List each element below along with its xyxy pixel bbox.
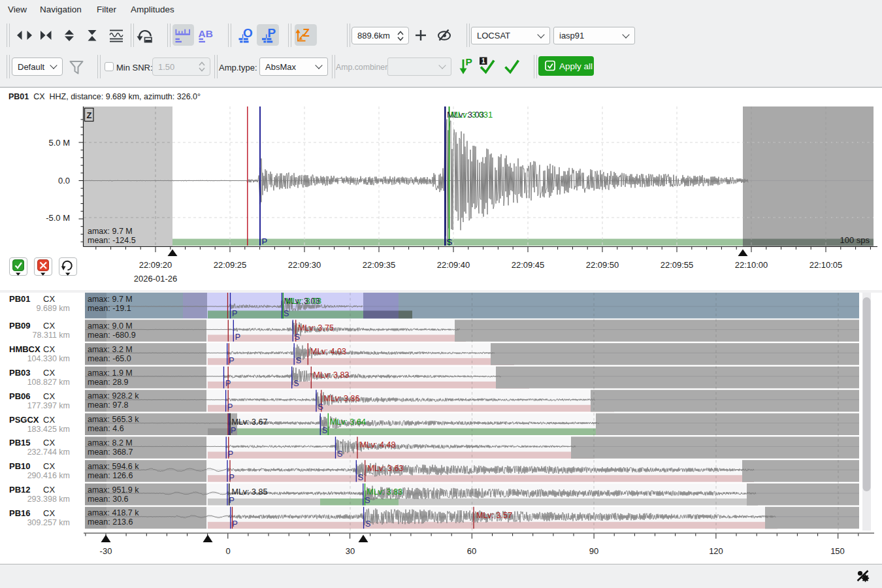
svg-text:PB09: PB09 (9, 321, 31, 331)
svg-text:PB03: PB03 (9, 368, 31, 378)
svg-text:90: 90 (589, 546, 598, 556)
svg-text:S: S (337, 449, 342, 459)
svg-text:amax: 951.9 k: amax: 951.9 k (88, 485, 139, 495)
svg-text:22:10:05: 22:10:05 (809, 260, 843, 270)
svg-text:MLv: 3.75: MLv: 3.75 (298, 323, 334, 333)
svg-text:MLv: 3.57: MLv: 3.57 (476, 511, 512, 520)
svg-text:mean: 97.8: mean: 97.8 (88, 400, 129, 410)
svg-text:S: S (322, 426, 327, 435)
svg-text:P: P (228, 449, 233, 459)
svg-text:P: P (231, 426, 236, 435)
svg-text:S: S (296, 356, 301, 365)
svg-text:22:10:00: 22:10:00 (735, 260, 768, 270)
svg-text:mean: -65.0: mean: -65.0 (88, 354, 131, 363)
svg-text:22:09:45: 22:09:45 (512, 260, 545, 270)
svg-text:0.0: 0.0 (58, 176, 70, 186)
svg-text:S: S (447, 237, 453, 247)
svg-text:0: 0 (225, 546, 230, 556)
svg-text:P: P (232, 519, 237, 529)
svg-text:amax: 8.2 M: amax: 8.2 M (88, 438, 133, 448)
svg-text:22:09:55: 22:09:55 (661, 260, 694, 270)
svg-text:amax: 418.7 k: amax: 418.7 k (88, 508, 139, 517)
svg-text:MLv: 3.67: MLv: 3.67 (232, 417, 268, 427)
svg-text:CX: CX (43, 508, 55, 518)
svg-text:amax: 928.2 k: amax: 928.2 k (88, 391, 139, 400)
svg-text:2026-01-26: 2026-01-26 (134, 274, 178, 284)
svg-text:mean: -19.1: mean: -19.1 (88, 304, 131, 313)
svg-text:CX: CX (43, 344, 55, 354)
svg-text:mean: 4.6: mean: 4.6 (88, 424, 124, 433)
svg-text:amax: 594.6 k: amax: 594.6 k (88, 462, 139, 471)
svg-text:S: S (293, 379, 299, 388)
svg-text:P: P (232, 309, 237, 318)
svg-text:78.311 km: 78.311 km (33, 331, 70, 340)
svg-text:22:09:50: 22:09:50 (586, 260, 619, 270)
svg-text:22:09:35: 22:09:35 (363, 260, 396, 270)
svg-text:PB16: PB16 (9, 508, 31, 518)
svg-text:mean: 126.6: mean: 126.6 (88, 471, 133, 480)
svg-text:MLv: 4.03: MLv: 4.03 (310, 347, 346, 356)
svg-text:PB06: PB06 (9, 391, 31, 401)
svg-text:P: P (235, 333, 240, 342)
svg-text:CX: CX (43, 321, 55, 331)
svg-text:MLv: 3.63: MLv: 3.63 (368, 464, 404, 473)
svg-text:309.257 km: 309.257 km (27, 518, 70, 527)
svg-text:232.744 km: 232.744 km (27, 448, 70, 457)
svg-text:CX: CX (43, 438, 55, 448)
svg-text:CX: CX (43, 294, 55, 304)
svg-text:CX: CX (43, 461, 55, 471)
svg-text:amax: 9.7 M: amax: 9.7 M (88, 227, 133, 236)
svg-text:-30: -30 (100, 546, 112, 556)
svg-text:P: P (229, 496, 235, 505)
svg-text:mean: 213.6: mean: 213.6 (88, 517, 133, 527)
svg-text:MLv: 3.83: MLv: 3.83 (367, 487, 402, 497)
svg-text:amax: 565.3 k: amax: 565.3 k (88, 415, 139, 424)
svg-text:CX: CX (43, 391, 55, 401)
svg-text:100 sps: 100 sps (840, 235, 870, 245)
svg-text:amax: 9.7 M: amax: 9.7 M (88, 295, 133, 304)
svg-text:MLv: 3.03: MLv: 3.03 (286, 297, 321, 306)
svg-text:P: P (262, 237, 268, 246)
svg-text:P: P (225, 379, 231, 388)
svg-text:PB01: PB01 (9, 294, 31, 304)
svg-text:PB15: PB15 (9, 438, 31, 448)
svg-text:30: 30 (346, 546, 355, 556)
svg-text:293.398 km: 293.398 km (27, 495, 70, 504)
svg-text:mean: -680.9: mean: -680.9 (88, 331, 136, 340)
svg-text:MLv: 3.64: MLv: 3.64 (330, 417, 366, 427)
svg-text:104.330 km: 104.330 km (27, 354, 70, 363)
svg-text:177.397 km: 177.397 km (27, 401, 70, 410)
svg-text:CX: CX (43, 415, 55, 425)
svg-text:amax: 3.2 M: amax: 3.2 M (88, 345, 133, 354)
svg-text:amax: 9.0 M: amax: 9.0 M (88, 321, 133, 331)
svg-text:P: P (229, 473, 235, 482)
svg-text:amax: 1.9 M: amax: 1.9 M (88, 368, 133, 378)
svg-text:Z: Z (87, 110, 92, 120)
svg-text:290.416 km: 290.416 km (27, 471, 70, 480)
svg-text:MLv: 4.48: MLv: 4.48 (360, 440, 396, 449)
svg-text:22:09:40: 22:09:40 (437, 260, 470, 270)
svg-text:-5.0 M: -5.0 M (46, 213, 70, 223)
svg-text:S: S (358, 473, 363, 482)
svg-text:PB10: PB10 (9, 461, 31, 471)
svg-text:S: S (318, 402, 323, 412)
svg-text:22:09:25: 22:09:25 (214, 260, 247, 270)
svg-text:P: P (229, 356, 234, 365)
svg-text:mean: 28.9: mean: 28.9 (88, 378, 129, 387)
svg-text:PSGCX: PSGCX (9, 415, 39, 425)
svg-text:120: 120 (709, 546, 723, 556)
svg-text:mean: 368.7: mean: 368.7 (88, 448, 133, 457)
svg-text:mean: -124.5: mean: -124.5 (88, 236, 136, 245)
svg-text:MLv: 3.031: MLv: 3.031 (451, 110, 493, 120)
svg-text:CX: CX (43, 368, 55, 378)
svg-text:MLv: 3.85: MLv: 3.85 (232, 487, 268, 497)
svg-text:S: S (365, 496, 370, 505)
svg-text:183.425 km: 183.425 km (27, 425, 70, 434)
svg-text:PB12: PB12 (9, 485, 31, 495)
svg-text:mean: 30.6: mean: 30.6 (88, 495, 129, 504)
svg-text:22:09:30: 22:09:30 (288, 260, 321, 270)
svg-text:108.827 km: 108.827 km (27, 378, 70, 387)
svg-text:60: 60 (467, 546, 476, 556)
svg-text:S: S (365, 519, 370, 529)
svg-text:S: S (284, 309, 289, 318)
